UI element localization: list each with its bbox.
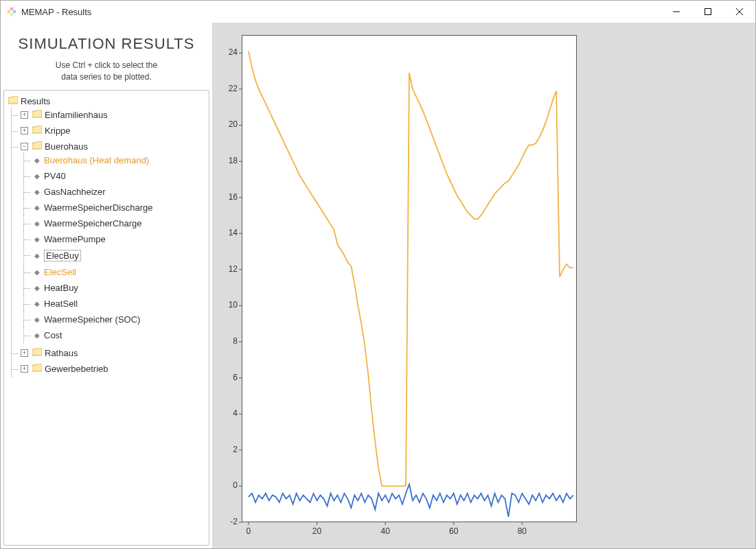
tree-node-gewerbebetrieb[interactable]: +Gewerbebetrieb bbox=[19, 363, 207, 375]
chart-area: -2024681012141618202224020406080 Bueroha… bbox=[213, 23, 755, 548]
bullet-icon: ◆ bbox=[33, 300, 41, 307]
tree-expander-icon[interactable]: + bbox=[21, 365, 28, 373]
series-line bbox=[249, 51, 573, 487]
folder-icon bbox=[8, 96, 18, 106]
bullet-icon: ◆ bbox=[33, 331, 41, 339]
svg-point-0 bbox=[10, 8, 14, 11]
bullet-icon: ◆ bbox=[33, 284, 41, 292]
folder-icon bbox=[32, 110, 42, 120]
svg-point-1 bbox=[13, 10, 16, 14]
bullet-icon: ◆ bbox=[33, 188, 41, 196]
tree-leaf-gasnachheizer[interactable]: ◆GasNachheizer bbox=[32, 186, 207, 198]
tree-leaf-elecsell[interactable]: ◆ElecSell bbox=[32, 266, 207, 278]
folder-icon bbox=[32, 126, 42, 136]
series-tree[interactable]: Results+Einfamilienhaus+Krippe−Buerohaus… bbox=[3, 90, 209, 546]
folder-icon bbox=[32, 348, 42, 358]
window-title: MEMAP - Results bbox=[21, 7, 661, 17]
bullet-icon: ◆ bbox=[33, 252, 41, 259]
tree-expander-icon[interactable]: + bbox=[21, 349, 28, 357]
tree-expander-icon[interactable]: + bbox=[21, 111, 28, 119]
tree-expander-icon[interactable]: − bbox=[21, 143, 28, 150]
tree-leaf-cost[interactable]: ◆Cost bbox=[32, 329, 207, 341]
tree-leaf-heatbuy[interactable]: ◆HeatBuy bbox=[32, 282, 207, 294]
series-line bbox=[249, 484, 573, 517]
tree-leaf-waermepumpe[interactable]: ◆WaermePumpe bbox=[32, 233, 207, 245]
minimize-button[interactable] bbox=[661, 1, 692, 23]
titlebar: MEMAP - Results bbox=[1, 1, 755, 23]
tree-root[interactable]: Results bbox=[7, 95, 207, 107]
app-icon bbox=[6, 6, 17, 17]
tree-node-buerohaus[interactable]: −Buerohaus bbox=[19, 141, 207, 152]
tree-leaf-heatsell[interactable]: ◆HeatSell bbox=[32, 298, 207, 309]
tree-node-einfamilienhaus[interactable]: +Einfamilienhaus bbox=[19, 109, 207, 121]
line-chart[interactable]: -2024681012141618202224020406080 bbox=[214, 28, 585, 543]
tree-expander-icon[interactable]: + bbox=[21, 127, 28, 135]
close-button[interactable] bbox=[724, 1, 755, 23]
tree-leaf-waermespeicher-soc-[interactable]: ◆WaermeSpeicher (SOC) bbox=[32, 314, 207, 325]
bullet-icon: ◆ bbox=[33, 268, 41, 276]
svg-point-2 bbox=[10, 13, 14, 16]
bullet-icon: ◆ bbox=[33, 204, 41, 211]
sidebar-heading: SIMULATION RESULTS bbox=[3, 35, 209, 53]
tree-leaf-waermespeichercharge[interactable]: ◆WaermeSpeicherCharge bbox=[32, 218, 207, 229]
svg-point-3 bbox=[8, 10, 11, 14]
bullet-icon: ◆ bbox=[33, 235, 41, 243]
bullet-icon: ◆ bbox=[33, 172, 41, 180]
tree-leaf-elecbuy[interactable]: ◆ElecBuy bbox=[32, 249, 207, 262]
svg-rect-5 bbox=[705, 9, 711, 15]
maximize-button[interactable] bbox=[692, 1, 724, 23]
tree-node-krippe[interactable]: +Krippe bbox=[19, 125, 207, 137]
sidebar: SIMULATION RESULTS Use Ctrl + click to s… bbox=[1, 23, 213, 548]
bullet-icon: ◆ bbox=[33, 220, 41, 227]
tree-node-rathaus[interactable]: +Rathaus bbox=[19, 347, 207, 359]
folder-icon bbox=[32, 364, 42, 374]
bullet-icon: ◆ bbox=[33, 316, 41, 323]
tree-leaf-buerohaus-heat-demand-[interactable]: ◆Buerohaus (Heat demand) bbox=[32, 154, 207, 166]
folder-icon bbox=[32, 141, 42, 152]
bullet-icon: ◆ bbox=[33, 156, 41, 164]
sidebar-hint: Use Ctrl + click to select the data seri… bbox=[3, 60, 209, 83]
tree-leaf-pv40[interactable]: ◆PV40 bbox=[32, 170, 207, 182]
tree-leaf-waermespeicherdischarge[interactable]: ◆WaermeSpeicherDischarge bbox=[32, 202, 207, 213]
